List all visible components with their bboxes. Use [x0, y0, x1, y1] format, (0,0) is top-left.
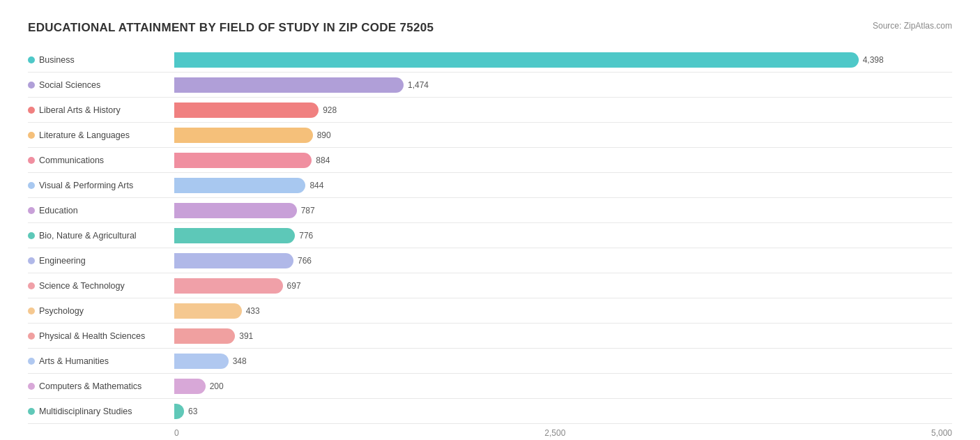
bar-label: Social Sciences [28, 80, 174, 90]
bars-wrapper: 928 [174, 103, 952, 118]
bars-wrapper: 63 [174, 404, 952, 419]
label-dot [28, 308, 35, 314]
bar-track: 433 [174, 303, 952, 319]
label-text: Computers & Mathematics [39, 381, 141, 391]
bar-row: Communications 884 [28, 148, 952, 173]
bar-label: Arts & Humanities [28, 356, 174, 366]
label-text: Arts & Humanities [39, 356, 109, 366]
bar-track: 776 [174, 228, 952, 243]
label-text: Business [39, 55, 75, 65]
bar-label: Multidisciplinary Studies [28, 407, 174, 416]
bar-label: Physical & Health Sciences [28, 331, 174, 341]
chart-body: Business 4,398 Social Sciences 1,474 Lib… [28, 47, 952, 424]
bars-wrapper: 697 [174, 278, 952, 294]
bar-row: Computers & Mathematics 200 [28, 374, 952, 399]
label-text: Communications [39, 155, 104, 165]
bar-fill [174, 128, 313, 143]
bar-track: 890 [174, 128, 952, 143]
bar-row: Physical & Health Sciences 391 [28, 324, 952, 349]
label-dot [28, 157, 35, 164]
bar-fill [174, 404, 184, 419]
bars-wrapper: 766 [174, 253, 952, 268]
label-dot [28, 82, 35, 89]
bar-track: 787 [174, 203, 952, 218]
bar-row: Psychology 433 [28, 298, 952, 324]
bar-row: Education 787 [28, 198, 952, 223]
bars-wrapper: 433 [174, 303, 952, 319]
bar-row: Arts & Humanities 348 [28, 349, 952, 374]
label-text: Liberal Arts & History [39, 105, 121, 115]
bar-fill [174, 103, 319, 118]
bar-row: Visual & Performing Arts 844 [28, 173, 952, 198]
bar-value: 884 [316, 155, 330, 165]
bar-label: Computers & Mathematics [28, 381, 174, 391]
bar-fill [174, 153, 312, 168]
bar-track: 391 [174, 328, 952, 344]
bars-wrapper: 844 [174, 178, 952, 193]
x-axis: 02,5005,000 [28, 428, 952, 438]
chart-source: Source: ZipAtlas.com [873, 21, 952, 31]
label-text: Social Sciences [39, 80, 100, 90]
bars-wrapper: 348 [174, 354, 952, 369]
bar-label: Psychology [28, 306, 174, 316]
label-text: Engineering [39, 256, 86, 266]
bar-label: Visual & Performing Arts [28, 181, 174, 190]
label-dot [28, 132, 35, 139]
bar-label: Education [28, 206, 174, 215]
bar-row: Social Sciences 1,474 [28, 73, 952, 98]
label-dot [28, 408, 35, 415]
bar-fill [174, 303, 242, 319]
bar-fill [174, 328, 235, 344]
label-dot [28, 383, 35, 390]
bar-value: 200 [210, 381, 224, 391]
bar-label: Communications [28, 155, 174, 165]
bars-wrapper: 391 [174, 328, 952, 344]
bar-value: 928 [323, 105, 337, 115]
bar-value: 4,398 [863, 55, 884, 65]
bar-row: Engineering 766 [28, 248, 952, 273]
bar-label: Liberal Arts & History [28, 105, 174, 115]
label-dot [28, 182, 35, 189]
label-text: Psychology [39, 306, 84, 316]
bar-track: 766 [174, 253, 952, 268]
bar-value: 391 [239, 331, 253, 341]
bar-value: 844 [309, 181, 323, 190]
bar-value: 433 [246, 306, 260, 316]
x-axis-label: 0 [174, 428, 179, 438]
x-axis-inner: 02,5005,000 [174, 428, 952, 438]
bar-fill [174, 253, 293, 268]
chart-title: EDUCATIONAL ATTAINMENT BY FIELD OF STUDY… [28, 21, 434, 35]
bars-wrapper: 200 [174, 379, 952, 394]
bar-track: 884 [174, 153, 952, 168]
bar-row: Literature & Languages 890 [28, 123, 952, 148]
label-text: Multidisciplinary Studies [39, 407, 132, 416]
bar-track: 4,398 [174, 52, 952, 68]
bar-value: 776 [299, 231, 313, 241]
bar-fill [174, 178, 305, 193]
bar-fill [174, 354, 229, 369]
bar-value: 787 [301, 206, 315, 215]
bar-row: Multidisciplinary Studies 63 [28, 399, 952, 424]
bar-track: 928 [174, 103, 952, 118]
bar-row: Bio, Nature & Agricultural 776 [28, 223, 952, 248]
x-axis-label: 2,500 [544, 428, 565, 438]
label-dot [28, 232, 35, 239]
bar-track: 844 [174, 178, 952, 193]
bars-wrapper: 787 [174, 203, 952, 218]
label-dot [28, 257, 35, 264]
bar-row: Science & Technology 697 [28, 273, 952, 298]
label-dot [28, 282, 35, 289]
bar-value: 348 [233, 356, 247, 366]
bar-value: 1,474 [408, 80, 429, 90]
bar-value: 766 [298, 256, 312, 266]
label-dot [28, 333, 35, 340]
bar-label: Business [28, 55, 174, 65]
label-dot [28, 207, 35, 214]
label-text: Science & Technology [39, 281, 125, 291]
bar-value: 697 [287, 281, 301, 291]
bar-row: Liberal Arts & History 928 [28, 98, 952, 123]
bar-fill [174, 203, 297, 218]
bar-fill [174, 379, 206, 394]
bar-track: 697 [174, 278, 952, 294]
bars-wrapper: 4,398 [174, 52, 952, 68]
